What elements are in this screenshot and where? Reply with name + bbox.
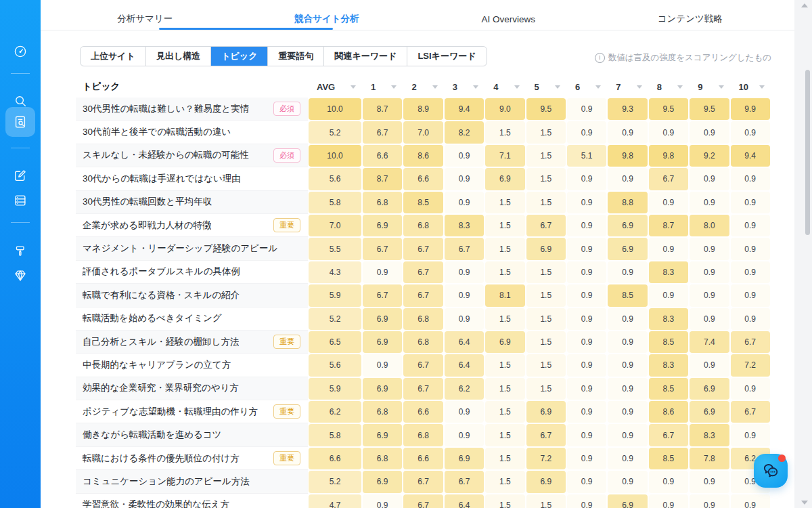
topic-label: 転職における条件の優先順位の付け方: [83, 452, 240, 465]
paint-roller-icon: [13, 244, 28, 259]
topic-cell[interactable]: 働きながら転職活動を進めるコツ: [76, 423, 308, 446]
score-value: 6.5: [309, 331, 361, 353]
table-row: 30代からの転職は手遅れではない理由5.68.76.60.96.91.50.90…: [76, 167, 773, 190]
column-header-8[interactable]: 8: [648, 82, 689, 92]
score-value: 5.1: [567, 145, 606, 167]
column-header-5[interactable]: 5: [526, 82, 566, 92]
analysis-tabs: 分析サマリー競合サイト分析AI Overviewsコンテンツ戦略: [54, 8, 781, 30]
scrollbar-down-arrow-icon[interactable]: [801, 501, 808, 505]
column-header-6[interactable]: 6: [566, 82, 607, 92]
score-value: 6.9: [526, 401, 566, 423]
score-cell: 8.1: [484, 284, 525, 307]
score-cell: 6.2: [444, 377, 484, 400]
subtab-2-active[interactable]: トピック: [211, 47, 268, 66]
score-value: 8.7: [649, 215, 688, 236]
tab-0[interactable]: 分析サマリー: [54, 8, 236, 30]
column-header-2[interactable]: 2: [403, 82, 443, 92]
topic-cell[interactable]: スキルなし・未経験からの転職の可能性必須: [76, 144, 308, 167]
sort-arrow-icon[interactable]: [637, 85, 642, 89]
score-value: 1.5: [526, 145, 566, 167]
subtab-0[interactable]: 上位サイト: [81, 47, 146, 66]
tab-3[interactable]: コンテンツ戦略: [600, 8, 782, 30]
scrollbar-up-arrow-icon[interactable]: [801, 3, 808, 7]
score-value: 0.9: [731, 238, 770, 259]
subtab-4[interactable]: 関連キーワード: [324, 47, 407, 66]
subtab-3[interactable]: 重要語句: [268, 47, 324, 66]
score-value: 0.9: [690, 121, 729, 143]
score-cell: 0.9: [607, 331, 648, 354]
sort-arrow-icon[interactable]: [719, 85, 724, 89]
column-header-avg[interactable]: AVG: [308, 82, 362, 92]
topic-cell[interactable]: コミュニケーション能力のアピール方法: [76, 470, 308, 493]
sidebar-item-gem[interactable]: [5, 263, 35, 288]
topic-cell[interactable]: マネジメント・リーダーシップ経験のアピール: [76, 237, 308, 260]
sort-arrow-icon[interactable]: [595, 85, 601, 89]
sort-arrow-icon[interactable]: [514, 85, 520, 89]
score-cell: 6.7: [403, 470, 443, 493]
score-value: 6.7: [403, 354, 443, 376]
score-cell: 0.9: [730, 121, 771, 144]
score-cell: 0.9: [444, 308, 484, 331]
topic-cell[interactable]: 中長期的なキャリアプランの立て方: [76, 354, 308, 377]
scoring-note: i 数値は言及の強度をスコアリングしたもの: [595, 52, 771, 64]
topic-label: 効果的な企業研究・業界研究のやり方: [83, 382, 239, 394]
sort-arrow-icon[interactable]: [555, 85, 560, 89]
topic-cell[interactable]: 学習意欲・柔軟性の効果的な伝え方: [76, 494, 308, 508]
score-value: 6.7: [403, 261, 443, 283]
score-value: 0.9: [567, 471, 606, 492]
topic-cell[interactable]: 企業が求める即戦力人材の特徴重要: [76, 214, 308, 237]
score-value: 6.6: [363, 145, 402, 167]
avg-score-cell: 5.8: [308, 423, 362, 446]
score-value: 6.9: [608, 215, 647, 236]
sort-arrow-icon[interactable]: [473, 85, 478, 89]
sort-arrow-icon[interactable]: [391, 85, 397, 89]
topic-cell[interactable]: 転職活動を始めるべきタイミング: [76, 308, 308, 331]
column-header-4[interactable]: 4: [484, 82, 525, 92]
topic-cell[interactable]: 評価されるポータブルスキルの具体例: [76, 261, 308, 284]
score-value: 10.0: [309, 145, 361, 167]
subtab-1[interactable]: 見出し構造: [146, 47, 211, 66]
column-header-7[interactable]: 7: [607, 82, 648, 92]
column-header-1[interactable]: 1: [362, 82, 403, 92]
topic-cell[interactable]: 30代からの転職は手遅れではない理由: [76, 167, 308, 190]
score-value: 0.9: [567, 215, 606, 236]
sort-arrow-icon[interactable]: [351, 85, 356, 89]
score-value: 5.6: [309, 354, 361, 376]
topic-cell[interactable]: 30代前半と後半での転職活動の違い: [76, 121, 308, 144]
subtab-5[interactable]: LSIキーワード: [407, 47, 486, 66]
score-value: 0.9: [731, 215, 770, 236]
topic-cell[interactable]: 転職で有利になる資格・スキルの紹介: [76, 284, 308, 307]
column-label: 8: [657, 82, 662, 92]
sidebar-item-list[interactable]: [5, 188, 35, 213]
score-cell: 6.8: [362, 400, 403, 423]
topic-label: 30代男性の転職回数と平均年収: [83, 196, 212, 208]
sort-arrow-icon[interactable]: [759, 85, 765, 89]
sidebar-item-paint-roller[interactable]: [5, 239, 35, 263]
sort-arrow-icon[interactable]: [677, 85, 683, 89]
sidebar-item-doc-search[interactable]: [5, 107, 35, 137]
sidebar-item-dashboard[interactable]: [5, 39, 35, 64]
column-header-10[interactable]: 10: [730, 82, 771, 92]
score-cell: 0.9: [566, 284, 607, 307]
score-cell: 9.5: [648, 98, 689, 121]
topic-cell[interactable]: 30代男性の転職は難しい？難易度と実情必須: [76, 98, 308, 121]
score-value: 1.5: [485, 354, 524, 376]
score-cell: 0.9: [444, 167, 484, 190]
score-cell: 1.5: [526, 331, 566, 354]
table-row: 企業が求める即戦力人材の特徴重要7.06.96.88.31.56.70.96.9…: [76, 214, 773, 237]
topic-cell[interactable]: ポジティブな志望動機・転職理由の作り方重要: [76, 400, 308, 423]
sidebar-item-edit[interactable]: [5, 163, 35, 188]
score-cell: 8.7: [362, 98, 403, 121]
score-cell: 6.9: [526, 470, 566, 493]
sort-arrow-icon[interactable]: [432, 85, 438, 89]
tab-1-active[interactable]: 競合サイト分析: [236, 8, 418, 30]
topic-cell[interactable]: 自己分析とスキル・経験の棚卸し方法重要: [76, 331, 308, 354]
topic-cell[interactable]: 効果的な企業研究・業界研究のやり方: [76, 377, 308, 400]
scrollbar-thumb[interactable]: [805, 70, 810, 235]
topic-cell[interactable]: 転職における条件の優先順位の付け方重要: [76, 447, 308, 470]
tab-2[interactable]: AI Overviews: [418, 8, 600, 30]
column-header-9[interactable]: 9: [689, 82, 729, 92]
topic-cell[interactable]: 30代男性の転職回数と平均年収: [76, 191, 308, 214]
score-cell: 1.5: [484, 121, 525, 144]
column-header-3[interactable]: 3: [444, 82, 484, 92]
